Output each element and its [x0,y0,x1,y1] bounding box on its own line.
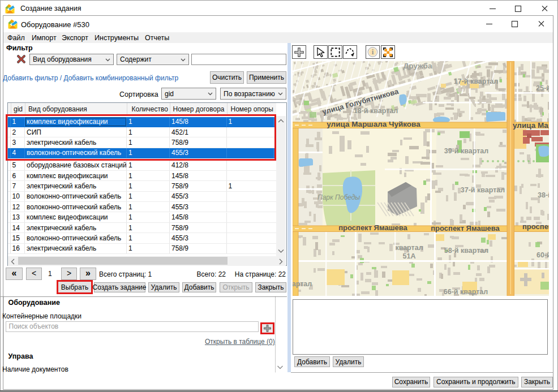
svg-text:66-й квартал: 66-й квартал [444,288,488,296]
svg-text:25-й кв: 25-й кв [536,84,549,92]
svg-text:квартал: квартал [293,280,312,288]
svg-text:58-й квартал: 58-й квартал [444,247,488,255]
svg-text:улица Маршала Чуйкова: улица Маршала Чуйкова [327,120,420,128]
svg-text:проспект Ямашева: проспект Ямашева [338,223,407,232]
svg-text:улица Мар: улица Мар [513,121,549,130]
svg-text:квартал: квартал [395,244,423,252]
svg-text:38-й: 38-й [538,191,549,199]
svg-text:Дружба: Дружба [404,62,432,70]
svg-text:51А: 51А [403,252,416,260]
svg-text:проспект: проспект [522,222,549,231]
svg-text:39-й квартал: 39-й квартал [444,147,488,155]
svg-text:17-й квартал: 17-й квартал [454,77,498,85]
svg-text:18-й квартал: 18-й квартал [354,107,398,115]
svg-text:проспект Ямашева: проспект Ямашева [431,224,500,232]
svg-text:37-й квартал: 37-й квартал [461,186,505,194]
svg-text:Парк Победы: Парк Победы [317,193,360,201]
svg-text:60-й: 60-й [536,251,549,259]
